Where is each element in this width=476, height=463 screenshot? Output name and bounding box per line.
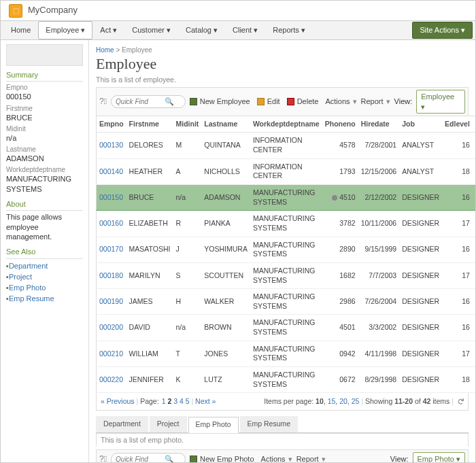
summary-label: Workdeptdeptname: [6, 165, 83, 174]
tab-emp-photo[interactable]: Emp Photo: [188, 417, 239, 433]
page-current: 2: [167, 397, 171, 405]
table-row[interactable]: 000180 MARILYNSSCOUTTENMANUFACTURING SYS…: [97, 262, 476, 288]
table-row[interactable]: 000140 HEATHERANICHOLLSINFORMATION CENTE…: [97, 158, 476, 184]
photo-actions[interactable]: Actions: [261, 454, 292, 462]
quickfind-photo-input[interactable]: [116, 456, 165, 462]
seealso-section: See Also DepartmentProjectEmp PhotoEmp R…: [6, 247, 83, 304]
new-photo-button[interactable]: New Emp Photo: [190, 454, 256, 462]
quickfind-photo[interactable]: 🔍: [111, 453, 186, 462]
empno-link[interactable]: 000200: [99, 323, 123, 331]
empno-link[interactable]: 000160: [99, 219, 123, 227]
empno-link[interactable]: 000130: [99, 141, 123, 149]
table-row[interactable]: 000170 MASATOSHIJYOSHIMURAMANUFACTURING …: [97, 237, 476, 262]
empno-link[interactable]: 000180: [99, 271, 123, 279]
summary-value: BRUCE: [6, 113, 83, 122]
search-icon-2[interactable]: 🔍: [165, 454, 174, 462]
photo-view-select[interactable]: Emp Photo: [413, 452, 465, 462]
empno-link[interactable]: 000220: [99, 375, 123, 383]
table-row[interactable]: 000210 WILLIAMTJONESMANUFACTURING SYSTEM…: [97, 341, 476, 366]
page-link[interactable]: 1: [162, 397, 166, 405]
col-header[interactable]: Lastname: [201, 116, 250, 133]
tab-project[interactable]: Project: [150, 416, 187, 432]
detail-tabs: DepartmentProjectEmp PhotoEmp Resume: [96, 416, 469, 433]
table-row[interactable]: 000220 JENNIFERKLUTZMANUFACTURING SYSTEM…: [97, 367, 476, 393]
empno-link[interactable]: 000150: [99, 193, 123, 201]
content: Home > Employee Employee This is a list …: [89, 40, 475, 462]
view-select[interactable]: Employee: [416, 90, 465, 114]
col-header[interactable]: Edlevel: [442, 116, 473, 133]
col-header[interactable]: Firstnme: [126, 116, 173, 133]
help-icon-2[interactable]: ?⃝: [99, 454, 107, 462]
empno-link[interactable]: 000190: [99, 297, 123, 305]
help-icon[interactable]: ?⃝: [99, 97, 107, 107]
page-link[interactable]: 4: [180, 397, 184, 405]
seealso-link[interactable]: Project: [6, 271, 83, 282]
edit-icon: [257, 98, 265, 105]
new-button[interactable]: New Employee: [190, 97, 253, 106]
sidebar: Summary Empno000150FirstnmeBRUCEMidinitn…: [1, 40, 89, 462]
nav-home[interactable]: Home: [3, 21, 38, 39]
site-actions[interactable]: Site Actions: [412, 22, 473, 38]
report-menu[interactable]: Report: [361, 97, 390, 106]
edit-button[interactable]: Edit: [257, 97, 283, 106]
empno-link[interactable]: 000210: [99, 349, 123, 358]
page-title: Employee: [96, 54, 469, 74]
table-row[interactable]: 000200 DAVIDn/aBROWNMANUFACTURING SYSTEM…: [97, 315, 476, 341]
actions-menu[interactable]: Actions: [325, 97, 356, 106]
seealso-link[interactable]: Emp Photo: [6, 282, 83, 293]
employee-table: EmpnoFirstnmeMidinitLastnameWorkdeptdept…: [96, 116, 475, 393]
pager: « Previous | Page: 1 2 3 4 5 | Next » It…: [96, 393, 469, 411]
crumb-home[interactable]: Home: [96, 46, 114, 54]
seealso-link[interactable]: Department: [6, 260, 83, 271]
delete-button[interactable]: Delete: [287, 97, 322, 106]
col-header[interactable]: Workdeptdeptname: [250, 116, 322, 133]
crumb-page: Employee: [122, 46, 152, 54]
photo-desc: This is a list of emp photo.: [96, 433, 469, 447]
nav-act[interactable]: Act: [92, 21, 124, 39]
nav-employee[interactable]: Employee: [38, 21, 92, 39]
seealso-link[interactable]: Emp Resume: [6, 293, 83, 304]
next-link[interactable]: Next »: [195, 397, 216, 407]
summary-label: Empno: [6, 83, 83, 92]
empno-link[interactable]: 000140: [99, 167, 123, 175]
toolbar: ?⃝ 🔍 New Employee Edit Delete Actions Re…: [96, 87, 469, 116]
photo-report[interactable]: Report: [296, 454, 326, 462]
col-header[interactable]: Phoneno: [322, 116, 358, 133]
empno-link[interactable]: 000170: [99, 245, 123, 253]
summary-label: Lastname: [6, 145, 83, 154]
table-row[interactable]: 000190 JAMESHWALKERMANUFACTURING SYSTEMS…: [97, 289, 476, 315]
quickfind[interactable]: 🔍: [111, 95, 186, 107]
table-row[interactable]: 000160 ELIZABETHRPIANKAMANUFACTURING SYS…: [97, 211, 476, 237]
summary-label: Firstnme: [6, 104, 83, 113]
refresh-icon[interactable]: ↻: [454, 398, 466, 405]
breadcrumb: Home > Employee: [96, 43, 469, 54]
quickfind-input[interactable]: [116, 98, 165, 105]
page-icon: [6, 44, 83, 66]
delete-icon: [287, 98, 294, 105]
col-header[interactable]: Hiredate: [358, 116, 400, 133]
col-header[interactable]: Empno: [97, 116, 126, 133]
table-row[interactable]: 000150 BRUCEn/aADAMSONMANUFACTURING SYST…: [97, 185, 476, 211]
nav-client[interactable]: Client: [225, 21, 265, 39]
summary-value: ADAMSON: [6, 154, 83, 163]
table-row[interactable]: 000130 DELORESMQUINTANAINFORMATION CENTE…: [97, 133, 476, 158]
col-header[interactable]: Sex: [473, 116, 475, 133]
search-icon[interactable]: 🔍: [165, 97, 174, 106]
col-header[interactable]: Midinit: [173, 116, 201, 133]
company-name: MyCompany: [28, 5, 78, 16]
prev-link[interactable]: « Previous: [101, 397, 135, 407]
page-link[interactable]: 3: [173, 397, 177, 405]
col-header[interactable]: Job: [399, 116, 442, 133]
about-text: This page allows employee management.: [6, 212, 83, 241]
view-label: View:: [394, 97, 413, 106]
tab-emp-resume[interactable]: Emp Resume: [240, 416, 299, 432]
nav-customer[interactable]: Customer: [124, 21, 178, 39]
new-icon-2: [190, 456, 197, 462]
nav-reports[interactable]: Reports: [265, 21, 313, 39]
ipp-link[interactable]: 15: [328, 397, 336, 405]
summary-section: Summary Empno000150FirstnmeBRUCEMidinitn…: [6, 70, 83, 194]
ipp-link[interactable]: 25: [352, 397, 360, 405]
tab-department[interactable]: Department: [96, 416, 148, 432]
ipp-link[interactable]: 20: [339, 397, 347, 405]
nav-catalog[interactable]: Catalog: [178, 21, 225, 39]
